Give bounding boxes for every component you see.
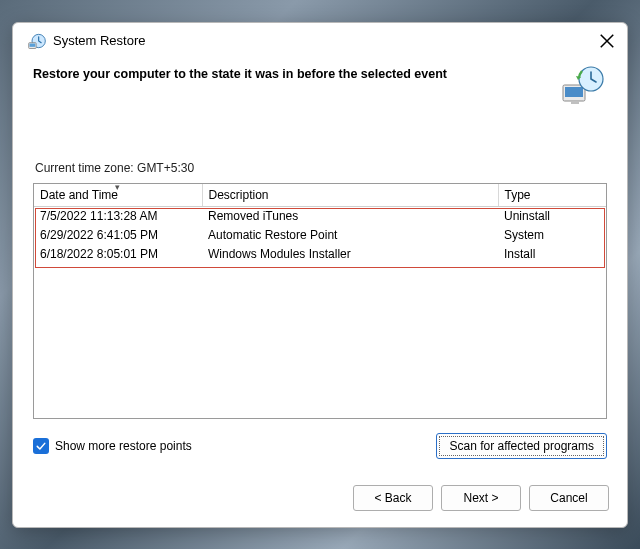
svg-rect-5: [571, 101, 579, 104]
table-row[interactable]: 6/18/2022 8:05:01 PM Windows Modules Ins…: [34, 244, 606, 263]
cell-date: 6/29/2022 6:41:05 PM: [34, 225, 202, 244]
next-button[interactable]: Next >: [441, 485, 521, 511]
wizard-header: Restore your computer to the state it wa…: [13, 55, 627, 111]
wizard-heading: Restore your computer to the state it wa…: [33, 65, 559, 81]
column-header-date[interactable]: ▾ Date and Time: [34, 184, 202, 207]
timezone-label: Current time zone: GMT+5:30: [35, 161, 607, 175]
svg-rect-4: [565, 87, 583, 97]
system-restore-window: System Restore Restore your computer to …: [12, 22, 628, 528]
sort-descending-icon: ▾: [115, 183, 120, 192]
cell-type: Uninstall: [498, 206, 606, 225]
wizard-footer: < Back Next > Cancel: [13, 475, 627, 527]
column-header-type[interactable]: Type: [498, 184, 606, 207]
show-more-checkbox-wrap[interactable]: Show more restore points: [33, 438, 192, 454]
titlebar: System Restore: [13, 23, 627, 55]
cell-description: Windows Modules Installer: [202, 244, 498, 263]
cell-description: Automatic Restore Point: [202, 225, 498, 244]
cell-type: System: [498, 225, 606, 244]
svg-rect-2: [30, 43, 36, 46]
system-restore-icon: [27, 31, 47, 51]
close-button[interactable]: [597, 31, 617, 51]
show-more-checkbox[interactable]: [33, 438, 49, 454]
table-row[interactable]: 7/5/2022 11:13:28 AM Removed iTunes Unin…: [34, 206, 606, 225]
cell-description: Removed iTunes: [202, 206, 498, 225]
cell-type: Install: [498, 244, 606, 263]
show-more-label: Show more restore points: [55, 439, 192, 453]
options-row: Show more restore points Scan for affect…: [33, 433, 607, 459]
cell-date: 6/18/2022 8:05:01 PM: [34, 244, 202, 263]
table-header-row: ▾ Date and Time Description Type: [34, 184, 606, 207]
window-title: System Restore: [53, 33, 597, 48]
back-button[interactable]: < Back: [353, 485, 433, 511]
cell-date: 7/5/2022 11:13:28 AM: [34, 206, 202, 225]
scan-affected-programs-button[interactable]: Scan for affected programs: [436, 433, 607, 459]
restore-wizard-icon: [559, 65, 607, 105]
restore-points-list[interactable]: ▾ Date and Time Description Type 7/5/202…: [33, 183, 607, 419]
wizard-body: Current time zone: GMT+5:30 ▾ Date and T…: [13, 111, 627, 475]
cancel-button[interactable]: Cancel: [529, 485, 609, 511]
column-header-description[interactable]: Description: [202, 184, 498, 207]
table-row[interactable]: 6/29/2022 6:41:05 PM Automatic Restore P…: [34, 225, 606, 244]
